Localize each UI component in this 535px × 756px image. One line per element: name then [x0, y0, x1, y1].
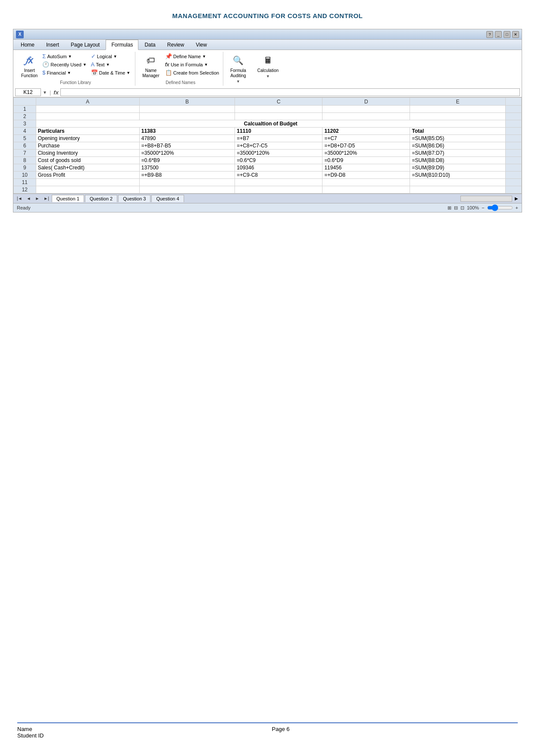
cell-e8[interactable]: =SUM(B8:D8) — [410, 157, 506, 164]
auditing-dropdown-icon[interactable]: ▼ — [236, 79, 240, 84]
cell-c12[interactable] — [235, 186, 322, 194]
cell-a1[interactable] — [36, 106, 139, 113]
cell-c8[interactable]: =0.6*C9 — [235, 157, 322, 164]
cell-e4[interactable]: Total — [410, 128, 506, 135]
financial-dropdown-icon[interactable]: ▼ — [67, 71, 71, 75]
cell-b7[interactable]: =35000*120% — [139, 150, 235, 157]
date-time-dropdown-icon[interactable]: ▼ — [126, 71, 130, 75]
cell-d9[interactable]: 119456 — [322, 164, 410, 172]
cell-e11[interactable] — [410, 179, 506, 186]
sheet-tab-question4[interactable]: Question 4 — [151, 195, 184, 202]
col-header-c[interactable]: C — [235, 98, 322, 106]
autosum-button[interactable]: Σ AutoSum ▼ — [41, 53, 88, 60]
cell-d12[interactable] — [322, 186, 410, 194]
sheet-nav-first[interactable]: |◄ — [15, 195, 24, 202]
maximize-button[interactable]: □ — [504, 31, 510, 38]
create-from-selection-button[interactable]: 📋 Create from Selection — [164, 69, 220, 76]
col-header-b[interactable]: B — [139, 98, 235, 106]
cell-e9[interactable]: =SUM(B9:D9) — [410, 164, 506, 172]
text-button[interactable]: A Text ▼ — [90, 61, 131, 68]
cell-d5[interactable]: =+C7 — [322, 135, 410, 142]
scroll-right-arrow[interactable]: ▶ — [513, 196, 520, 201]
cell-c1[interactable] — [235, 106, 322, 113]
help-button[interactable]: ? — [486, 31, 493, 38]
cell-d1[interactable] — [322, 106, 410, 113]
sheet-nav-next[interactable]: ► — [33, 195, 41, 202]
calculation-dropdown-icon[interactable]: ▼ — [266, 74, 270, 78]
cell-e10[interactable]: =SUM(B10:D10) — [410, 172, 506, 179]
cell-d8[interactable]: =0.6*D9 — [322, 157, 410, 164]
cell-b12[interactable] — [139, 186, 235, 194]
cell-b11[interactable] — [139, 179, 235, 186]
logical-dropdown-icon[interactable]: ▼ — [113, 54, 117, 59]
cell-d10[interactable]: =+D9-D8 — [322, 172, 410, 179]
cell-d11[interactable] — [322, 179, 410, 186]
col-header-d[interactable]: D — [322, 98, 410, 106]
cell-b10[interactable]: =+B9-B8 — [139, 172, 235, 179]
cell-d7[interactable]: =35000*120% — [322, 150, 410, 157]
formula-input[interactable] — [60, 88, 520, 96]
define-name-button[interactable]: 📌 Define Name ▼ — [164, 53, 220, 60]
sheet-tab-question3[interactable]: Question 3 — [118, 195, 150, 202]
cell-c2[interactable] — [235, 113, 322, 120]
minimize-button[interactable]: _ — [495, 31, 502, 38]
tab-home[interactable]: Home — [15, 40, 40, 50]
sheet-tab-question1[interactable]: Question 1 — [52, 195, 84, 202]
cell-e5[interactable]: =SUM(B5:D5) — [410, 135, 506, 142]
zoom-increase-icon[interactable]: + — [516, 205, 518, 210]
cell-b4[interactable]: 11383 — [139, 128, 235, 135]
view-page-layout-icon[interactable]: ⊟ — [454, 205, 458, 211]
cell-a10[interactable]: Gross Profit — [36, 172, 139, 179]
cell-a7[interactable]: Closing Inventory — [36, 150, 139, 157]
cell-a11[interactable] — [36, 179, 139, 186]
tab-insert[interactable]: Insert — [41, 40, 65, 50]
cell-d6[interactable]: =+D8+D7-D5 — [322, 142, 410, 150]
cell-a4[interactable]: Particulars — [36, 128, 139, 135]
cell-c9[interactable]: 109346 — [235, 164, 322, 172]
cell-a12[interactable] — [36, 186, 139, 194]
close-button[interactable]: ✕ — [512, 31, 519, 38]
autosum-dropdown-icon[interactable]: ▼ — [68, 54, 72, 59]
recently-used-button[interactable]: 🕐 Recently Used ▼ — [41, 61, 88, 68]
name-manager-button[interactable]: 🏷 NameManager — [141, 53, 161, 79]
cell-e12[interactable] — [410, 186, 506, 194]
cell-a8[interactable]: Cost of goods sold — [36, 157, 139, 164]
use-in-formula-dropdown-icon[interactable]: ▼ — [204, 62, 208, 67]
view-page-break-icon[interactable]: ⊡ — [460, 205, 464, 211]
cell-a3-title[interactable]: Calcualtion of Budget — [36, 120, 505, 128]
sheet-nav-last[interactable]: ►| — [42, 195, 51, 202]
define-name-dropdown-icon[interactable]: ▼ — [202, 54, 206, 59]
sheet-nav-prev[interactable]: ◄ — [25, 195, 33, 202]
cell-reference-box[interactable] — [15, 88, 41, 96]
cell-a5[interactable]: Opening inventory — [36, 135, 139, 142]
cell-c6[interactable]: =+C8+C7-C5 — [235, 142, 322, 150]
cell-b2[interactable] — [139, 113, 235, 120]
cell-a9[interactable]: Sales( Cash+Credit) — [36, 164, 139, 172]
cell-b9[interactable]: 137500 — [139, 164, 235, 172]
use-in-formula-button[interactable]: fx Use in Formula ▼ — [164, 61, 220, 68]
cell-c10[interactable]: =+C9-C8 — [235, 172, 322, 179]
view-normal-icon[interactable]: ⊞ — [447, 205, 451, 211]
tab-view[interactable]: View — [190, 40, 213, 50]
tab-formulas[interactable]: Formulas — [106, 40, 138, 50]
cell-a6[interactable]: Purchase — [36, 142, 139, 150]
cell-b5[interactable]: 47890 — [139, 135, 235, 142]
formula-auditing-button[interactable]: 🔍 FormulaAuditing — [228, 53, 248, 79]
recently-used-dropdown-icon[interactable]: ▼ — [83, 62, 87, 67]
cell-a2[interactable] — [36, 113, 139, 120]
cell-e7[interactable]: =SUM(B7:D7) — [410, 150, 506, 157]
logical-button[interactable]: ✓ Logical ▼ — [90, 53, 131, 60]
cell-b8[interactable]: =0.6*B9 — [139, 157, 235, 164]
cell-b1[interactable] — [139, 106, 235, 113]
financial-button[interactable]: $ Financial ▼ — [41, 69, 88, 76]
date-time-button[interactable]: 📅 Date & Time ▼ — [90, 69, 131, 76]
cell-c4[interactable]: 11110 — [235, 128, 322, 135]
col-header-e[interactable]: E — [410, 98, 506, 106]
sheet-tab-question2[interactable]: Question 2 — [85, 195, 117, 202]
zoom-slider[interactable] — [487, 204, 513, 211]
tab-review[interactable]: Review — [162, 40, 190, 50]
horizontal-scrollbar[interactable] — [460, 196, 512, 202]
cell-c11[interactable] — [235, 179, 322, 186]
cell-b6[interactable]: =+B8+B7-B5 — [139, 142, 235, 150]
tab-data[interactable]: Data — [139, 40, 161, 50]
